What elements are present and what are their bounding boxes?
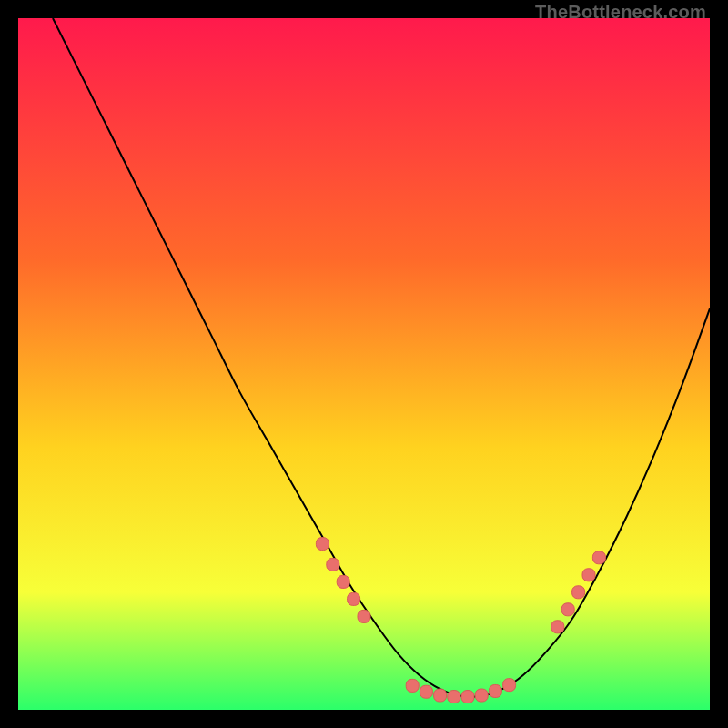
left-descent-markers [327, 558, 339, 571]
watermark-text: TheBottleneck.com [535, 2, 706, 23]
left-descent-markers [348, 592, 360, 605]
valley-floor-markers [406, 679, 419, 692]
left-descent-markers [358, 610, 370, 622]
right-ascent-markers [572, 586, 585, 599]
right-ascent-markers [551, 621, 564, 633]
right-ascent-markers [561, 603, 574, 616]
right-ascent-markers [582, 569, 595, 581]
valley-floor-markers [461, 691, 474, 703]
valley-floor-markers [448, 691, 460, 703]
valley-floor-markers [420, 685, 432, 698]
left-descent-markers [316, 538, 329, 551]
valley-floor-markers [503, 679, 516, 692]
valley-floor-markers [434, 689, 447, 702]
valley-floor-markers [489, 684, 501, 697]
chart-frame [18, 18, 710, 710]
left-descent-markers [337, 575, 349, 588]
right-ascent-markers [592, 551, 605, 564]
valley-floor-markers [475, 689, 488, 702]
bottleneck-chart [18, 18, 710, 710]
